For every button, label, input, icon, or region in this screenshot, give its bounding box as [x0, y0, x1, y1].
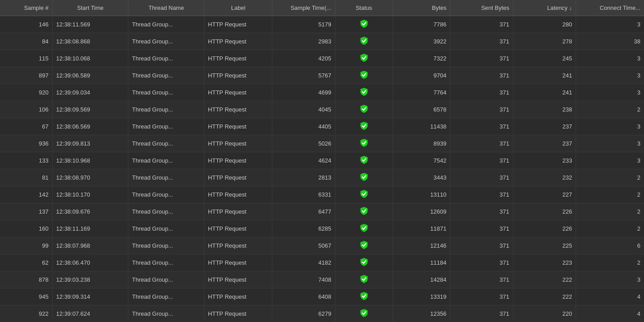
cell-connecttime: 4 [576, 288, 644, 305]
cell-threadname: Thread Group... [128, 203, 204, 220]
cell-bytes: 6578 [393, 101, 450, 118]
cell-label: HTTP Request [204, 288, 272, 305]
cell-sample: 84 [0, 33, 52, 50]
table-row[interactable]: 94512:39:09.314Thread Group...HTTP Reque… [0, 288, 644, 305]
cell-label: HTTP Request [204, 169, 272, 186]
status-icon [360, 258, 369, 266]
cell-latency: 220 [513, 305, 576, 322]
col-header-connecttime[interactable]: Connect Time... [576, 0, 644, 16]
cell-connecttime: 3 [576, 84, 644, 101]
cell-sample: 920 [0, 84, 52, 101]
table-row[interactable]: 8412:38:08.868Thread Group...HTTP Reques… [0, 33, 644, 50]
cell-latency: 222 [513, 271, 576, 288]
col-header-sentbytes[interactable]: Sent Bytes [450, 0, 513, 16]
col-header-label[interactable]: Label [204, 0, 272, 16]
cell-latency: 238 [513, 101, 576, 118]
cell-sampletime: 4405 [272, 118, 335, 135]
cell-bytes: 9704 [393, 67, 450, 84]
cell-bytes: 13110 [393, 186, 450, 203]
table-row[interactable]: 87812:39:03.238Thread Group...HTTP Reque… [0, 271, 644, 288]
cell-label: HTTP Request [204, 237, 272, 254]
cell-sample: 106 [0, 101, 52, 118]
cell-threadname: Thread Group... [128, 288, 204, 305]
cell-threadname: Thread Group... [128, 135, 204, 152]
cell-sample: 146 [0, 16, 52, 33]
table-row[interactable]: 13312:38:10.968Thread Group...HTTP Reque… [0, 152, 644, 169]
cell-sampletime: 4182 [272, 254, 335, 271]
cell-sentbytes: 371 [450, 16, 513, 33]
table-row[interactable]: 89712:39:06.589Thread Group...HTTP Reque… [0, 67, 644, 84]
cell-sampletime: 4624 [272, 152, 335, 169]
table-row[interactable]: 9912:38:07.968Thread Group...HTTP Reques… [0, 237, 644, 254]
cell-status [335, 271, 393, 288]
cell-connecttime: 6 [576, 237, 644, 254]
cell-connecttime: 3 [576, 135, 644, 152]
table-row[interactable]: 14612:38:11.569Thread Group...HTTP Reque… [0, 16, 644, 33]
cell-latency: 245 [513, 50, 576, 67]
cell-status [335, 50, 393, 67]
cell-status [335, 152, 393, 169]
cell-starttime: 12:38:06.470 [52, 254, 128, 271]
col-header-bytes[interactable]: Bytes [393, 0, 450, 16]
cell-connecttime: 2 [576, 254, 644, 271]
table-row[interactable]: 13712:38:09.676Thread Group...HTTP Reque… [0, 203, 644, 220]
cell-starttime: 12:38:10.068 [52, 50, 128, 67]
table-row[interactable]: 92012:39:09.034Thread Group...HTTP Reque… [0, 84, 644, 101]
status-icon [360, 104, 369, 113]
cell-label: HTTP Request [204, 84, 272, 101]
table-row[interactable]: 92212:39:07.624Thread Group...HTTP Reque… [0, 305, 644, 322]
cell-sentbytes: 371 [450, 101, 513, 118]
cell-bytes: 7764 [393, 84, 450, 101]
cell-sample: 142 [0, 186, 52, 203]
cell-starttime: 12:39:09.813 [52, 135, 128, 152]
cell-bytes: 12146 [393, 237, 450, 254]
cell-threadname: Thread Group... [128, 237, 204, 254]
col-header-sampletime[interactable]: Sample Time(... [272, 0, 335, 16]
cell-connecttime: 2 [576, 220, 644, 237]
cell-label: HTTP Request [204, 101, 272, 118]
table-row[interactable]: 6712:38:06.569Thread Group...HTTP Reques… [0, 118, 644, 135]
status-icon [360, 36, 369, 45]
cell-status [335, 16, 393, 33]
status-icon [360, 87, 369, 96]
table-row[interactable]: 8112:38:08.970Thread Group...HTTP Reques… [0, 169, 644, 186]
table-row[interactable]: 10612:38:09.569Thread Group...HTTP Reque… [0, 101, 644, 118]
cell-connecttime: 4 [576, 305, 644, 322]
cell-starttime: 12:39:09.314 [52, 288, 128, 305]
col-header-threadname[interactable]: Thread Name [128, 0, 204, 16]
cell-bytes: 11438 [393, 118, 450, 135]
table-row[interactable]: 16012:38:11.169Thread Group...HTTP Reque… [0, 220, 644, 237]
status-icon [360, 240, 369, 249]
table-row[interactable]: 11512:38:10.068Thread Group...HTTP Reque… [0, 50, 644, 67]
cell-label: HTTP Request [204, 135, 272, 152]
col-header-status[interactable]: Status [335, 0, 393, 16]
status-icon [360, 206, 369, 215]
table-row[interactable]: 93612:39:09.813Thread Group...HTTP Reque… [0, 135, 644, 152]
cell-sentbytes: 371 [450, 271, 513, 288]
cell-sample: 137 [0, 203, 52, 220]
status-icon [360, 189, 369, 198]
cell-connecttime: 3 [576, 271, 644, 288]
status-icon [360, 309, 369, 318]
cell-bytes: 14284 [393, 271, 450, 288]
table-row[interactable]: 14212:38:10.170Thread Group...HTTP Reque… [0, 186, 644, 203]
cell-starttime: 12:38:09.569 [52, 101, 128, 118]
cell-latency: 278 [513, 33, 576, 50]
cell-status [335, 135, 393, 152]
col-header-sample[interactable]: Sample # [0, 0, 52, 16]
cell-label: HTTP Request [204, 118, 272, 135]
cell-threadname: Thread Group... [128, 67, 204, 84]
cell-sample: 133 [0, 152, 52, 169]
cell-latency: 225 [513, 237, 576, 254]
cell-latency: 241 [513, 84, 576, 101]
cell-label: HTTP Request [204, 16, 272, 33]
col-header-starttime[interactable]: Start Time [52, 0, 128, 16]
col-header-latency[interactable]: Latency ↓ [513, 0, 576, 16]
cell-label: HTTP Request [204, 203, 272, 220]
cell-status [335, 305, 393, 322]
cell-sample: 99 [0, 237, 52, 254]
cell-latency: 226 [513, 220, 576, 237]
cell-label: HTTP Request [204, 271, 272, 288]
table-row[interactable]: 6212:38:06.470Thread Group...HTTP Reques… [0, 254, 644, 271]
cell-sample: 67 [0, 118, 52, 135]
